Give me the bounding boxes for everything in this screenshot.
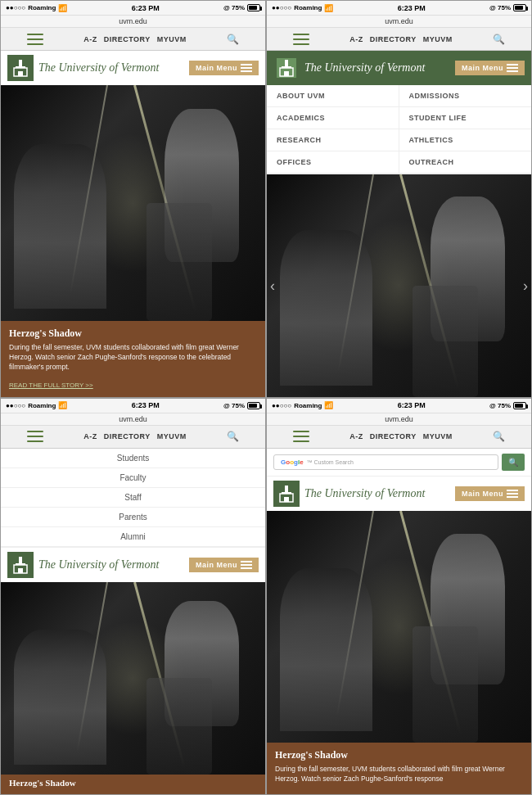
status-bar-4: ●●○○○ Roaming 📶 6:23 PM @ 75% <box>267 399 531 413</box>
myuvm-alumni[interactable]: Alumni <box>1 527 265 547</box>
menu-lines-1 <box>241 64 252 72</box>
menu-lines-4 <box>507 490 518 498</box>
time-3: 6:23 PM <box>132 401 160 409</box>
google-logo-4: Google <box>281 458 304 466</box>
logo-box-2 <box>273 55 300 81</box>
menu-btn-label-1: Main Menu <box>196 64 237 72</box>
nav-az-3[interactable]: A-Z <box>83 432 97 440</box>
nav-az-2[interactable]: A-Z <box>349 35 363 43</box>
nav-myuvm-1[interactable]: MYUVM <box>157 35 187 43</box>
panel-bottom-left: ●●○○○ Roaming 📶 6:23 PM @ 75% uvm.edu A-… <box>0 398 266 796</box>
charge-1: @ 75% <box>223 4 245 11</box>
nav-directory-2[interactable]: DIRECTORY <box>370 35 417 43</box>
myuvm-faculty[interactable]: Faculty <box>1 468 265 488</box>
nav-bar-4: A-Z DIRECTORY MYUVM 🔍 <box>267 426 531 449</box>
search-submit-btn-4[interactable]: 🔍 <box>502 454 525 471</box>
figure-5 <box>14 630 106 765</box>
story-overlay-1: Herzog's Shadow During the fall semester… <box>1 321 265 397</box>
search-input-field-4[interactable]: Google ™ Custom Search <box>273 454 498 470</box>
status-left-3: ●●○○○ Roaming 📶 <box>6 401 67 409</box>
nav-az-4[interactable]: A-Z <box>349 432 363 440</box>
search-icon-1[interactable]: 🔍 <box>227 34 239 45</box>
battery-3 <box>247 402 260 409</box>
hero-nav-right-2[interactable]: › <box>523 277 528 294</box>
carrier-4: Roaming <box>294 402 322 409</box>
search-icon-3[interactable]: 🔍 <box>227 431 239 442</box>
time-2: 6:23 PM <box>398 4 426 12</box>
main-menu-btn-3[interactable]: Main Menu <box>189 558 259 572</box>
menu-lines-2 <box>507 64 518 72</box>
status-right-1: @ 75% <box>223 4 260 11</box>
svg-rect-14 <box>18 568 23 573</box>
story-link-1[interactable]: READ THE FULL STORY >> <box>9 382 93 389</box>
story-overlay-3: Herzog's Shadow <box>1 775 265 794</box>
hero-nav-left-2[interactable]: ‹ <box>270 277 275 294</box>
main-menu-btn-4[interactable]: Main Menu <box>455 486 525 501</box>
status-bar-3: ●●○○○ Roaming 📶 6:23 PM @ 75% <box>1 399 265 413</box>
menu-item-admissions[interactable]: ADMISSIONS <box>399 85 532 107</box>
nav-myuvm-4[interactable]: MYUVM <box>423 432 453 440</box>
hamburger-3[interactable] <box>27 431 43 442</box>
panel-top-left: ●●○○○ Roaming 📶 6:23 PM @ 75% uvm.edu A-… <box>0 0 266 398</box>
carrier-3: Roaming <box>28 402 56 409</box>
nav-directory-3[interactable]: DIRECTORY <box>104 432 151 440</box>
search-icon-2[interactable]: 🔍 <box>493 34 505 45</box>
equipment-2 <box>413 286 479 397</box>
status-left-1: ●●○○○ Roaming 📶 <box>6 4 67 12</box>
search-custom-label-4: ™ Custom Search <box>307 459 354 465</box>
panel-top-right: ●●○○○ Roaming 📶 6:23 PM @ 75% uvm.edu A-… <box>266 0 532 398</box>
film-scene-1 <box>1 85 265 321</box>
nav-directory-4[interactable]: DIRECTORY <box>370 432 417 440</box>
hamburger-1[interactable] <box>27 34 43 45</box>
uvm-logo-4 <box>277 484 296 504</box>
url-text-2: uvm.edu <box>385 17 413 25</box>
menu-item-athletics[interactable]: ATHLETICS <box>399 129 532 151</box>
hero-1 <box>1 85 265 321</box>
carrier-1: Roaming <box>28 4 56 11</box>
menu-item-academics[interactable]: ACADEMICS <box>267 107 399 129</box>
myuvm-students[interactable]: Students <box>1 449 265 468</box>
wifi-2: 📶 <box>324 4 333 12</box>
menu-item-offices[interactable]: OFFICES <box>267 151 399 174</box>
hero-4 <box>267 511 531 743</box>
search-icon-4[interactable]: 🔍 <box>493 431 505 442</box>
main-menu-btn-1[interactable]: Main Menu <box>189 61 259 75</box>
film-scene-2 <box>267 174 531 397</box>
uvm-logo-1 <box>11 58 30 78</box>
menu-item-student-life[interactable]: STUDENT LIFE <box>399 107 532 129</box>
menu-item-research[interactable]: RESEARCH <box>267 129 399 151</box>
myuvm-parents[interactable]: Parents <box>1 508 265 527</box>
menu-item-about-uvm[interactable]: ABOUT UVM <box>267 85 399 107</box>
svg-rect-1 <box>19 60 22 66</box>
status-right-3: @ 75% <box>223 402 260 409</box>
url-bar-4: uvm.edu <box>267 413 531 426</box>
url-text-1: uvm.edu <box>119 17 147 25</box>
menu-btn-label-2: Main Menu <box>462 64 503 72</box>
site-header-1: The University of Vermont Main Menu <box>1 51 265 85</box>
nav-directory-1[interactable]: DIRECTORY <box>104 35 151 43</box>
battery-4 <box>513 402 526 409</box>
story-text-4: During the fall semester, UVM students c… <box>275 765 523 784</box>
signal-dots-3: ●●○○○ <box>6 402 25 409</box>
main-menu-btn-2[interactable]: Main Menu <box>455 61 525 75</box>
status-bar-1: ●●○○○ Roaming 📶 6:23 PM @ 75% <box>1 1 265 16</box>
hamburger-4[interactable] <box>293 431 309 442</box>
uvm-logo-2 <box>277 58 296 78</box>
menu-item-outreach[interactable]: OUTREACH <box>399 151 532 174</box>
myuvm-staff[interactable]: Staff <box>1 488 265 508</box>
charge-3: @ 75% <box>223 402 245 409</box>
url-text-3: uvm.edu <box>119 415 147 423</box>
equipment-3 <box>147 678 213 775</box>
nav-myuvm-2[interactable]: MYUVM <box>423 35 453 43</box>
search-bar-4: Google ™ Custom Search 🔍 <box>267 449 531 477</box>
hamburger-2[interactable] <box>293 34 309 45</box>
site-title-4: The University of Vermont <box>304 487 450 500</box>
status-left-4: ●●○○○ Roaming 📶 <box>272 401 333 409</box>
nav-myuvm-3[interactable]: MYUVM <box>157 432 187 440</box>
wifi-3: 📶 <box>58 401 67 409</box>
menu-lines-3 <box>241 561 252 569</box>
film-scene-4 <box>267 511 531 743</box>
site-title-2: The University of Vermont <box>304 61 450 75</box>
nav-az-1[interactable]: A-Z <box>83 35 97 43</box>
url-bar-1: uvm.edu <box>1 16 265 28</box>
